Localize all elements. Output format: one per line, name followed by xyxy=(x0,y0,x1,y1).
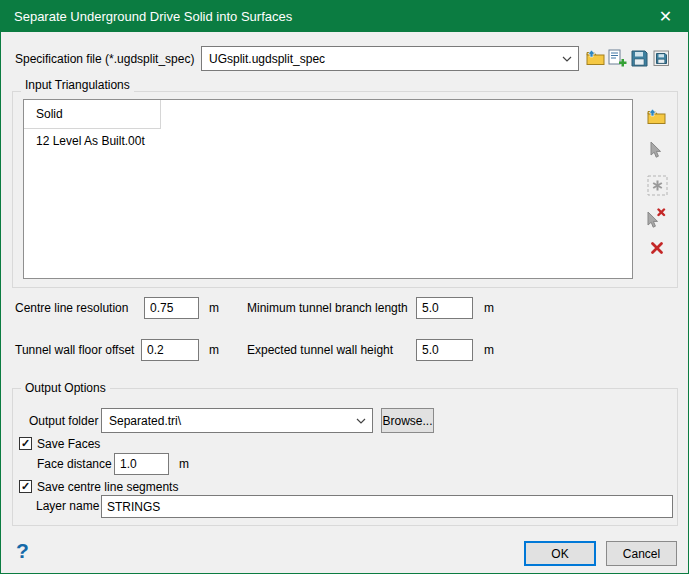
minimum-tunnel-branch-length-input[interactable] xyxy=(416,297,473,319)
output-folder-label: Output folder xyxy=(29,409,98,433)
spec-file-label: Specification file (*.ugdsplit_spec) xyxy=(15,47,194,71)
centre-line-resolution-label: Centre line resolution xyxy=(15,297,128,319)
tunnel-wall-floor-offset-input[interactable] xyxy=(141,339,199,361)
tunnel-wall-floor-offset-unit: m xyxy=(209,339,219,361)
unpick-arrow-icon[interactable] xyxy=(645,207,667,229)
input-triangulations-group-label: Input Triangulations xyxy=(21,78,134,92)
minimum-tunnel-branch-length-unit: m xyxy=(484,297,494,319)
chevron-down-icon[interactable] xyxy=(562,56,572,62)
triangulation-list[interactable]: Solid 12 Level As Built.00t xyxy=(23,99,633,279)
chevron-down-icon[interactable] xyxy=(356,418,366,424)
ok-button[interactable]: OK xyxy=(524,541,596,566)
spec-file-combobox[interactable]: UGsplit.ugdsplit_spec xyxy=(201,46,579,71)
face-distance-input[interactable] xyxy=(114,453,169,475)
layer-name-label: Layer name xyxy=(36,495,99,518)
tunnel-wall-floor-offset-label: Tunnel wall floor offset xyxy=(15,339,134,361)
pick-by-box-icon[interactable] xyxy=(646,174,668,196)
cancel-button[interactable]: Cancel xyxy=(606,541,677,566)
output-options-group-label: Output Options xyxy=(21,381,110,395)
title-bar[interactable]: Separate Underground Drive Solid into Su… xyxy=(1,1,688,32)
dialog-separate-underground-drive: Separate Underground Drive Solid into Su… xyxy=(0,0,689,574)
minimum-tunnel-branch-length-label: Minimum tunnel branch length xyxy=(247,297,408,319)
new-spec-icon[interactable] xyxy=(607,48,627,68)
save-faces-label[interactable]: Save Faces xyxy=(37,433,100,455)
save-spec-as-icon[interactable] xyxy=(652,49,670,67)
browse-button[interactable]: Browse... xyxy=(381,408,434,433)
column-header-solid[interactable]: Solid xyxy=(24,100,161,129)
face-distance-unit: m xyxy=(179,453,189,475)
dialog-title: Separate Underground Drive Solid into Su… xyxy=(14,1,292,32)
help-icon[interactable]: ? xyxy=(16,539,29,563)
face-distance-label: Face distance xyxy=(37,453,112,475)
list-item[interactable]: 12 Level As Built.00t xyxy=(24,129,632,154)
save-faces-checkbox[interactable]: ✓ xyxy=(19,437,32,450)
pick-arrow-icon[interactable] xyxy=(647,140,665,160)
layer-name-input[interactable] xyxy=(101,495,673,518)
load-triangulation-folder-icon[interactable] xyxy=(645,107,667,127)
expected-tunnel-wall-height-input[interactable] xyxy=(416,339,473,361)
output-folder-value: Separated.tri\ xyxy=(109,414,181,428)
expected-tunnel-wall-height-label: Expected tunnel wall height xyxy=(247,339,393,361)
output-folder-combobox[interactable]: Separated.tri\ xyxy=(101,408,373,433)
centre-line-resolution-input[interactable] xyxy=(144,297,199,319)
save-centre-line-segments-checkbox[interactable]: ✓ xyxy=(19,480,32,493)
expected-tunnel-wall-height-unit: m xyxy=(484,339,494,361)
save-spec-icon[interactable] xyxy=(630,49,648,67)
spec-file-value: UGsplit.ugdsplit_spec xyxy=(209,52,325,66)
remove-all-icon[interactable] xyxy=(649,240,665,256)
centre-line-resolution-unit: m xyxy=(209,297,219,319)
close-icon[interactable]: ✕ xyxy=(643,1,688,32)
open-spec-folder-icon[interactable] xyxy=(585,49,605,67)
